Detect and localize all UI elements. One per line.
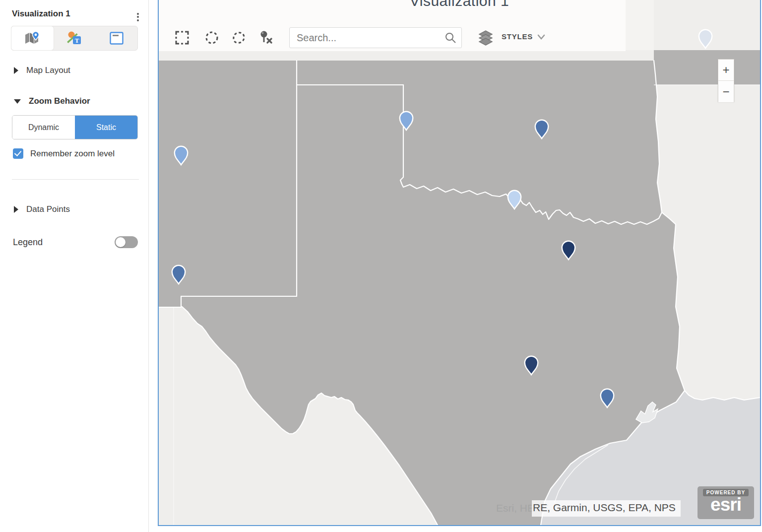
- caret-right-icon: [14, 67, 18, 74]
- clear-pins-icon[interactable]: [258, 30, 273, 45]
- search-input[interactable]: [290, 32, 444, 44]
- zoom-behavior-label: Zoom Behavior: [29, 96, 90, 106]
- remember-zoom-label: Remember zoom level: [30, 149, 115, 159]
- toggle-knob: [116, 237, 126, 247]
- search-icon[interactable]: [444, 32, 456, 44]
- zoom-mode-dynamic[interactable]: Dynamic: [12, 116, 75, 139]
- map-layout-label: Map Layout: [26, 66, 70, 75]
- layers-icon[interactable]: [478, 30, 494, 46]
- legend-label: Legend: [13, 237, 43, 248]
- remember-zoom-checkbox[interactable]: [13, 148, 23, 159]
- kebab-menu-icon[interactable]: [133, 11, 142, 22]
- section-data-points[interactable]: Data Points: [14, 204, 70, 214]
- settings-sidebar: Visualization 1 T: [0, 0, 149, 532]
- svg-text:T: T: [75, 37, 79, 44]
- data-points-label: Data Points: [26, 204, 70, 214]
- legend-toggle[interactable]: [115, 236, 138, 248]
- chevron-down-icon[interactable]: [537, 34, 545, 40]
- legend-row: Legend: [13, 236, 138, 248]
- symbols-text-icon: T: [67, 31, 82, 46]
- visualization-type-tabs: T: [11, 26, 138, 51]
- shaded-band-northeast: [654, 50, 760, 85]
- sidebar-divider: [12, 179, 139, 180]
- section-zoom-behavior[interactable]: Zoom Behavior: [14, 96, 90, 106]
- card-header-icon: [110, 32, 124, 45]
- attribution-text: RE, Garmin, USGS, EPA, NPS: [532, 500, 681, 517]
- tab-map-visualization[interactable]: [11, 26, 54, 50]
- esri-wordmark: esri: [698, 496, 754, 513]
- section-map-layout[interactable]: Map Layout: [14, 66, 70, 75]
- zoom-mode-segmented: Dynamic Static: [12, 115, 138, 139]
- map-zoom-control: + −: [718, 59, 734, 102]
- remember-zoom-row[interactable]: Remember zoom level: [13, 148, 115, 159]
- esri-logo: POWERED BY esri: [698, 486, 754, 519]
- zoom-in-button[interactable]: +: [718, 60, 734, 81]
- caret-right-icon: [14, 206, 18, 213]
- tab-symbols-text[interactable]: T: [54, 26, 96, 50]
- zoom-mode-static[interactable]: Static: [75, 116, 137, 139]
- circle-select-icon[interactable]: [205, 30, 219, 45]
- caret-down-icon: [14, 99, 21, 104]
- styles-button[interactable]: STYLES: [502, 32, 533, 41]
- sidebar-title: Visualization 1: [12, 9, 70, 19]
- tab-card-layout[interactable]: [95, 26, 137, 50]
- map-visualization-panel: Visualization 1 STYLES + −: [158, 0, 761, 526]
- search-box: [289, 27, 462, 48]
- map-canvas[interactable]: [159, 0, 760, 525]
- zoom-out-button[interactable]: −: [718, 81, 734, 102]
- map-pin-icon: [24, 31, 41, 46]
- lasso-select-icon[interactable]: [232, 30, 246, 45]
- rectangle-select-icon[interactable]: [175, 30, 189, 45]
- map-title: Visualization 1: [159, 0, 760, 9]
